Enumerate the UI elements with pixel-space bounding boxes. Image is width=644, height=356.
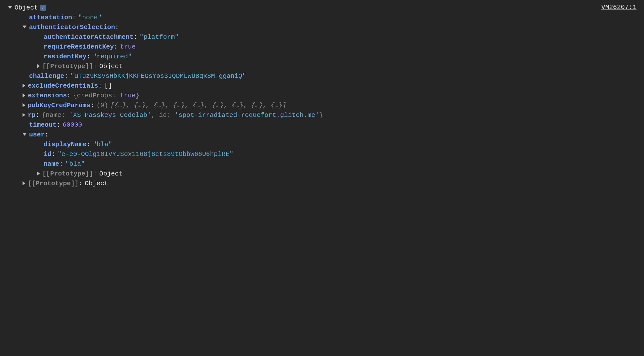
array-preview: [{…}, {…}, {…}, {…}, {…}, {…}, {…}, {…},…: [110, 101, 286, 110]
prop-value: "bla": [65, 159, 85, 169]
prop-require-resident-key[interactable]: requireResidentKey: true: [5, 42, 639, 52]
prop-key: [[Prototype]]: [28, 179, 79, 189]
chevron-right-icon: [37, 171, 40, 175]
prop-timeout[interactable]: timeout: 60000: [5, 120, 639, 130]
prop-attestation[interactable]: attestation: "none": [5, 13, 639, 23]
prop-key: excludeCredentials: [28, 81, 98, 91]
preview-value: 'spot-irradiated-roquefort.glitch.me': [175, 111, 319, 119]
preview-brace: {: [73, 92, 77, 99]
prop-authenticator-selection[interactable]: authenticatorSelection:: [5, 23, 639, 32]
prop-value: "required": [93, 52, 132, 62]
prop-exclude-credentials[interactable]: excludeCredentials: []: [5, 81, 639, 91]
preview-brace: {: [42, 111, 46, 119]
object-tree: Object i attestation: "none" authenticat…: [5, 3, 639, 189]
prop-key: [[Prototype]]: [42, 62, 93, 71]
preview-brace: }: [135, 92, 139, 99]
prop-key: user: [29, 130, 45, 140]
preview-value: 'XS Passkeys Codelab': [69, 111, 151, 119]
chevron-right-icon: [23, 84, 25, 88]
prop-value: true: [120, 42, 136, 52]
prop-key: residentKey: [44, 52, 87, 62]
source-link[interactable]: VM26207:1: [601, 3, 636, 12]
preview-key: name: [46, 111, 61, 119]
prop-rp[interactable]: rp: {name: 'XS Passkeys Codelab', id: 's…: [5, 110, 639, 120]
prop-value: Object: [85, 179, 108, 189]
prop-value: "uTuz9KSVsHbKKjKKFEGsYos3JQDMLWU8qx8M-gg…: [70, 71, 246, 81]
prop-key: timeout: [29, 120, 56, 130]
chevron-right-icon: [23, 181, 25, 185]
prop-user-displayname[interactable]: displayName: "bla": [5, 140, 639, 149]
prop-key: attestation: [29, 13, 72, 23]
chevron-down-icon: [23, 133, 27, 136]
preview-key: credProps: [77, 92, 112, 99]
prop-value: "platform": [140, 32, 179, 42]
root-object-row[interactable]: Object i: [5, 3, 639, 13]
prop-key: name: [44, 159, 59, 169]
prop-key: authenticatorAttachment: [44, 32, 133, 42]
prop-extensions[interactable]: extensions: {credProps: true}: [5, 91, 639, 101]
prop-key: displayName: [44, 140, 87, 149]
prop-pubkeycredparams[interactable]: pubKeyCredParams: (9) [{…}, {…}, {…}, {……: [5, 101, 639, 110]
prop-value: Object: [99, 169, 123, 179]
chevron-down-icon: [8, 6, 12, 9]
prop-prototype-authsel[interactable]: [[Prototype]]: Object: [5, 62, 639, 71]
prop-value: "e-e0-OOlg10IVYJSox1168j8cts89tObbW66U6h…: [58, 149, 233, 159]
prop-prototype-user[interactable]: [[Prototype]]: Object: [5, 169, 639, 179]
prop-key: extensions: [28, 91, 67, 101]
prop-prototype-root[interactable]: [[Prototype]]: Object: [5, 179, 639, 189]
prop-value: 60000: [63, 120, 82, 130]
prop-key: pubKeyCredParams: [28, 101, 90, 110]
prop-key: id: [44, 149, 51, 159]
chevron-right-icon: [23, 93, 25, 97]
chevron-right-icon: [23, 113, 25, 117]
prop-value: []: [104, 81, 112, 91]
info-icon[interactable]: i: [40, 5, 46, 11]
object-preview: {credProps: true}: [73, 91, 139, 101]
chevron-down-icon: [23, 26, 27, 28]
prop-user[interactable]: user:: [5, 130, 639, 140]
preview-value: true: [120, 92, 135, 99]
prop-challenge[interactable]: challenge: "uTuz9KSVsHbKKjKKFEGsYos3JQDM…: [5, 71, 639, 81]
chevron-right-icon: [23, 103, 25, 107]
prop-key: requireResidentKey: [44, 42, 114, 52]
prop-resident-key[interactable]: residentKey: "required": [5, 52, 639, 62]
prop-key: challenge: [29, 71, 64, 81]
prop-key: authenticatorSelection: [29, 23, 115, 32]
preview-key: id: [159, 111, 167, 119]
object-preview: {name: 'XS Passkeys Codelab', id: 'spot-…: [42, 110, 323, 120]
prop-user-id[interactable]: id: "e-e0-OOlg10IVYJSox1168j8cts89tObbW6…: [5, 149, 639, 159]
prop-value: Object: [99, 62, 123, 71]
prop-user-name[interactable]: name: "bla": [5, 159, 639, 169]
root-object-label: Object: [15, 3, 38, 13]
prop-value: "bla": [93, 140, 112, 149]
prop-key: rp: [28, 110, 36, 120]
array-count: (9): [96, 101, 108, 110]
preview-brace: }: [319, 111, 323, 119]
prop-value: "none": [78, 13, 102, 23]
chevron-right-icon: [37, 64, 40, 68]
prop-authenticator-attachment[interactable]: authenticatorAttachment: "platform": [5, 32, 639, 42]
prop-key: [[Prototype]]: [42, 169, 93, 179]
